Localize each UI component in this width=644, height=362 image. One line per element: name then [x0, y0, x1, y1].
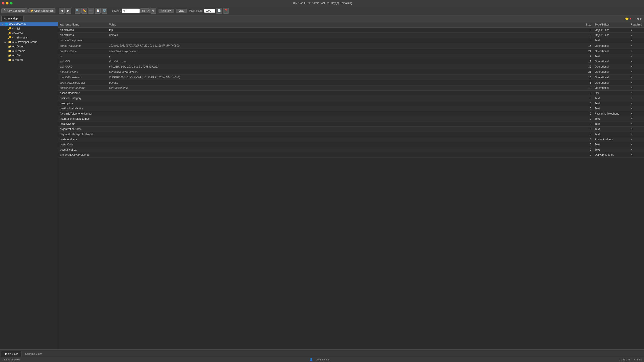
attr-name: objectClass [58, 33, 107, 38]
attr-type: Operational [593, 86, 629, 91]
node-label: ou=People [12, 50, 56, 53]
export-button[interactable]: 📄 [216, 8, 222, 14]
attr-value [107, 142, 580, 147]
tree-item-xxxxx[interactable]: 🔑cn=xxxxx [0, 31, 58, 35]
tab-minimize-button[interactable]: — [632, 17, 636, 20]
attr-type: Text [593, 38, 629, 43]
attr-size: 6 [580, 80, 593, 86]
open-connection-button[interactable]: 📂 Open Connection [28, 8, 56, 13]
tree-item-zhangsan[interactable]: 🔑cn=zhangsan [0, 35, 58, 40]
table-row[interactable]: postalAddress0Postal AddressN [58, 137, 644, 142]
tab-my-ldap[interactable]: 🔌 my ldap ✕ [1, 16, 24, 21]
delete-icon-btn[interactable]: 🗑️ [102, 8, 107, 14]
edit-icon-btn[interactable]: ✏️ [82, 8, 87, 14]
expand-icon: ▶ [4, 41, 7, 43]
tab-schema-view[interactable]: Schema View [22, 351, 46, 357]
attr-required: N [629, 80, 644, 86]
attr-value [107, 127, 580, 132]
tabbar-right-controls: ⭐ ● — ◀ ▶ [625, 17, 642, 20]
attr-required: N [629, 43, 644, 49]
table-row[interactable]: modifyTimestamp20240425031957Z (周四 4月 25… [58, 75, 644, 80]
table-row[interactable]: destinationIndicator0TextN [58, 106, 644, 111]
node-icon: 🌐 [5, 23, 8, 26]
attr-type: Operational [593, 80, 629, 86]
attr-required: N [629, 54, 644, 59]
user-icon: 👤 [310, 358, 313, 361]
search-dropdown[interactable]: cn [140, 8, 150, 13]
tab-close-button[interactable]: ✕ [19, 17, 21, 20]
search-input[interactable] [122, 9, 140, 13]
table-row[interactable]: structuralObjectClassdomain6OperationalN [58, 80, 644, 86]
table-row[interactable]: internationalISDNNumber0TextN [58, 116, 644, 122]
help-button[interactable]: ❓ [223, 8, 229, 14]
bottom-tabs: Table View Schema View [0, 349, 644, 357]
back-button[interactable]: ◀ [59, 8, 64, 14]
clear-button[interactable]: Clear [176, 9, 187, 13]
tab-nav-prev[interactable]: ◀ [636, 17, 639, 20]
add-icon-btn[interactable]: ➕ [88, 8, 94, 14]
tree-item-people[interactable]: 📁ou=People [0, 49, 58, 53]
copy-icon-btn[interactable]: 📋 [95, 8, 100, 14]
col-header-attribute: Attribute Name [58, 22, 107, 28]
attr-type: Operational [593, 49, 629, 54]
tab-nav-next[interactable]: ▶ [640, 17, 642, 20]
find-now-button[interactable]: Find Now [158, 9, 174, 13]
attr-value: 6fce23d4-96fe-103e-8ea6-e7268399ca23 [107, 64, 580, 69]
search-icon-btn[interactable]: 🔍 [75, 8, 80, 14]
table-row[interactable]: preferredDeliveryMethod0Delivery MethodN [58, 152, 644, 158]
attr-size: 6 [580, 33, 593, 38]
table-row[interactable]: objectClasstop3ObjectClassY [58, 28, 644, 33]
statusbar: 1 items selected 👤 Anonymous 2 : 23 : 35… [0, 357, 644, 362]
attr-size: 3 [580, 28, 593, 33]
table-row[interactable]: subschemaSubentrycn=Subschema12Operation… [58, 86, 644, 91]
attr-required: Y [629, 28, 644, 33]
zoom-button[interactable] [10, 2, 12, 5]
attr-value: yi [107, 54, 580, 59]
tree-item-test1[interactable]: 📁ou=Test1 [0, 58, 58, 62]
tree-item-root[interactable]: ▼🌐dc=yi,dc=com [0, 22, 58, 27]
table-row[interactable]: dcyi2TextN [58, 54, 644, 59]
table-row[interactable]: entryUUID6fce23d4-96fe-103e-8ea6-e726839… [58, 64, 644, 69]
max-results-input[interactable] [204, 9, 215, 13]
attr-name: localityName [58, 122, 107, 127]
close-button[interactable] [2, 2, 4, 5]
attr-size: 0 [580, 152, 593, 158]
table-row[interactable]: organizationName0TextN [58, 127, 644, 132]
attr-size: 21 [580, 49, 593, 54]
traffic-lights [2, 2, 12, 5]
attr-required: N [629, 132, 644, 137]
attr-name: postalAddress [58, 137, 107, 142]
attr-type: ObjectClass [593, 33, 629, 38]
table-row[interactable]: entryDNdc=yi,dc=com12OperationalN [58, 59, 644, 64]
minimize-button[interactable] [6, 2, 8, 5]
attr-type: Delivery Method [593, 152, 629, 158]
table-row[interactable]: objectClassdomain6ObjectClassY [58, 33, 644, 38]
table-row[interactable]: domainComponent0TextY [58, 38, 644, 43]
table-row[interactable]: physicalDeliveryOfficeName0TextN [58, 132, 644, 137]
table-row[interactable]: localityName0TextN [58, 122, 644, 127]
search-options-button[interactable]: ⚙ [150, 8, 156, 14]
table-row[interactable]: businessCategory0TextN [58, 96, 644, 101]
attr-name: organizationName [58, 127, 107, 132]
tree-item-group[interactable]: 📁ou=Group [0, 44, 58, 49]
forward-button[interactable]: ▶ [66, 8, 71, 14]
table-row[interactable]: description0TextN [58, 101, 644, 106]
new-connection-button[interactable]: 🔌 New Connection [1, 8, 28, 13]
tab-pin-button[interactable]: ⭐ [625, 17, 629, 20]
tree-item-qa[interactable]: 📁ou=QA [0, 53, 58, 58]
statusbar-center: 👤 Anonymous [310, 358, 330, 361]
attr-required: N [629, 137, 644, 142]
table-row[interactable]: postOfficeBox0TextN [58, 147, 644, 152]
attr-size: 0 [580, 147, 593, 152]
tab-table-view[interactable]: Table View [1, 351, 22, 357]
tree-item-lisi[interactable]: 🔑cn=lisi [0, 27, 58, 31]
tree-item-devgroup[interactable]: ▶📁ou=Developer Group [0, 40, 58, 44]
table-row[interactable]: modifiersNamecn=admin,dc=yi,dc=com21Oper… [58, 69, 644, 75]
open-connection-icon: 📂 [30, 9, 34, 12]
table-row[interactable]: associatedName0DNN [58, 91, 644, 96]
table-row[interactable]: createTimestamp20240425031957Z (周四 4月 25… [58, 43, 644, 49]
table-row[interactable]: creatorsNamecn=admin,dc=yi,dc=com21Opera… [58, 49, 644, 54]
table-row[interactable]: facsimileTelephoneNumber0Facsimile Telep… [58, 111, 644, 116]
toolbar: 🔌 New Connection 📂 Open Connection ◀ ▶ 🔍… [0, 6, 644, 15]
table-row[interactable]: postalCode0TextN [58, 142, 644, 147]
